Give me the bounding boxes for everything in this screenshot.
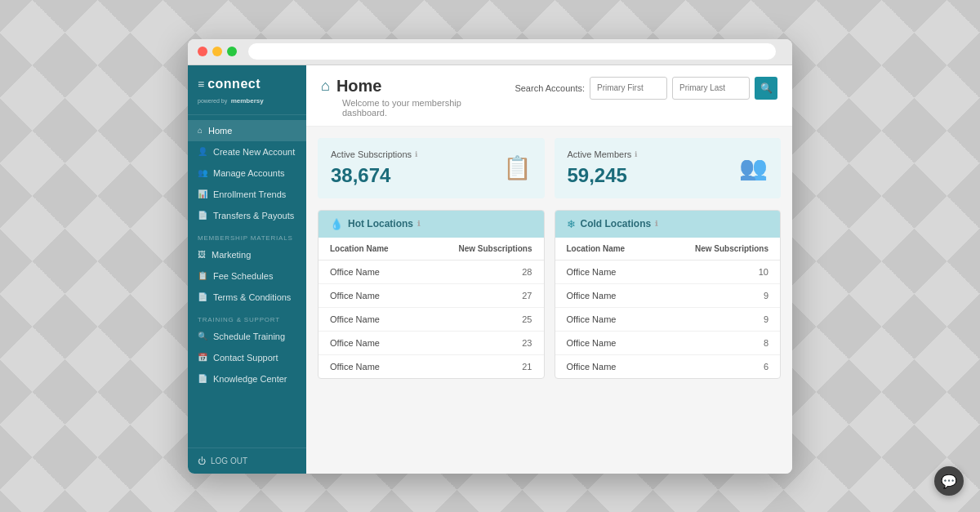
chart-icon: 📊: [198, 189, 207, 198]
chat-button[interactable]: 💬: [934, 466, 964, 496]
page-title: ⌂ Home: [321, 77, 461, 96]
location-subscriptions: 23: [421, 331, 543, 354]
active-members-value: 59,245: [568, 164, 638, 187]
info-icon-cold[interactable]: ℹ: [655, 220, 657, 228]
marketing-icon: 🖼: [198, 250, 206, 259]
sidebar-item-terms-conditions[interactable]: 📄 Terms & Conditions: [188, 287, 306, 308]
active-subscriptions-value: 38,674: [331, 164, 417, 187]
sidebar-item-label: Create New Account: [213, 147, 295, 157]
active-members-label: Active Members ℹ: [568, 149, 638, 159]
sidebar-item-create-account[interactable]: 👤 Create New Account: [188, 141, 306, 163]
hot-locations-card: 💧 Hot Locations ℹ Location Name New Subs…: [318, 210, 545, 379]
table-row: Office Name 9: [555, 307, 781, 331]
sidebar-logo: ≡ connect powered by membersy: [188, 65, 306, 115]
location-name: Office Name: [318, 260, 421, 283]
sidebar-item-home[interactable]: ⌂ Home: [188, 120, 306, 141]
section-training-support: TRAINING & SUPPORT: [188, 308, 306, 326]
location-subscriptions: 8: [658, 331, 780, 354]
location-subscriptions: 25: [421, 307, 543, 331]
location-subscriptions: 28: [421, 260, 543, 283]
sidebar-item-marketing[interactable]: 🖼 Marketing: [188, 244, 306, 265]
close-button[interactable]: [198, 47, 207, 56]
cold-icon: ❄: [567, 218, 576, 230]
active-subscriptions-label: Active Subscriptions ℹ: [331, 149, 417, 159]
sidebar-navigation: ⌂ Home 👤 Create New Account 👥 Manage Acc…: [188, 115, 306, 447]
hot-locations-table: Location Name New Subscriptions Office N…: [318, 238, 544, 378]
logo-text: connect: [207, 77, 261, 91]
section-membership-materials: MEMBERSHIP MATERIALS: [188, 226, 306, 244]
location-name: Office Name: [555, 331, 658, 354]
info-icon-subscriptions[interactable]: ℹ: [415, 150, 417, 158]
sidebar-item-knowledge-center[interactable]: 📄 Knowledge Center: [188, 368, 306, 390]
table-row: Office Name 10: [555, 260, 781, 283]
location-name: Office Name: [555, 354, 658, 378]
cold-locations-table: Location Name New Subscriptions Office N…: [555, 238, 781, 378]
sidebar-item-fee-schedules[interactable]: 📋 Fee Schedules: [188, 265, 306, 287]
page-title-area: ⌂ Home Welcome to your membershipdashboa…: [321, 77, 461, 118]
sidebar-item-schedule-training[interactable]: 🔍 Schedule Training: [188, 326, 306, 347]
stat-card-left: Active Subscriptions ℹ 38,674: [331, 149, 417, 187]
hot-col-location: Location Name: [318, 238, 421, 260]
sidebar-item-transfers-payouts[interactable]: 📄 Transfers & Payouts: [188, 205, 306, 226]
terms-icon: 📄: [198, 292, 207, 301]
table-row: Office Name 27: [318, 283, 544, 307]
users-icon: 👥: [198, 168, 207, 177]
home-icon: ⌂: [198, 126, 203, 135]
active-subscriptions-card: Active Subscriptions ℹ 38,674 📋: [318, 138, 545, 198]
search-first-name-input[interactable]: [590, 77, 667, 100]
cold-locations-header: ❄ Cold Locations ℹ: [555, 211, 781, 238]
sidebar-item-contact-support[interactable]: 📅 Contact Support: [188, 347, 306, 368]
logout-label: LOG OUT: [211, 456, 247, 465]
sidebar-item-label: Contact Support: [213, 353, 278, 363]
table-row: Office Name 25: [318, 307, 544, 331]
sidebar-item-enrollment-trends[interactable]: 📊 Enrollment Trends: [188, 184, 306, 205]
main-header: ⌂ Home Welcome to your membershipdashboa…: [306, 65, 792, 127]
logo-powered: powered by membersy: [198, 91, 296, 106]
fee-icon: 📋: [198, 271, 207, 280]
search-button[interactable]: 🔍: [755, 77, 777, 100]
app-body: ≡ connect powered by membersy ⌂ Home 👤 C…: [188, 65, 792, 474]
location-name: Office Name: [318, 354, 421, 378]
table-row: Office Name 8: [555, 331, 781, 354]
table-row: Office Name 23: [318, 331, 544, 354]
search-area: Search Accounts: 🔍: [514, 77, 777, 100]
maximize-button[interactable]: [227, 47, 237, 56]
sidebar-item-label: Transfers & Payouts: [213, 211, 294, 220]
training-icon: 🔍: [198, 332, 207, 341]
user-plus-icon: 👤: [198, 147, 207, 156]
chat-icon: 💬: [941, 474, 957, 489]
location-subscriptions: 10: [658, 260, 780, 283]
logout-button[interactable]: ⏻ LOG OUT: [188, 447, 306, 474]
location-name: Office Name: [555, 283, 658, 307]
sidebar-item-manage-accounts[interactable]: 👥 Manage Accounts: [188, 163, 306, 184]
cold-col-subscriptions: New Subscriptions: [658, 238, 780, 260]
location-name: Office Name: [555, 307, 658, 331]
cold-locations-card: ❄ Cold Locations ℹ Location Name New Sub…: [555, 210, 782, 379]
page-home-icon: ⌂: [321, 78, 330, 95]
sidebar: ≡ connect powered by membersy ⌂ Home 👤 C…: [188, 65, 306, 474]
hot-locations-header: 💧 Hot Locations ℹ: [318, 211, 544, 238]
minimize-button[interactable]: [212, 47, 222, 56]
location-name: Office Name: [318, 331, 421, 354]
location-tables: 💧 Hot Locations ℹ Location Name New Subs…: [318, 210, 781, 379]
stat-card-left: Active Members ℹ 59,245: [568, 149, 638, 187]
sidebar-item-label: Marketing: [212, 250, 251, 260]
cold-locations-title: Cold Locations ℹ: [581, 218, 658, 229]
location-name: Office Name: [555, 260, 658, 283]
info-icon-members[interactable]: ℹ: [635, 150, 637, 158]
sidebar-item-label: Manage Accounts: [213, 168, 284, 178]
hot-locations-title: Hot Locations ℹ: [348, 218, 420, 229]
page-subtitle: Welcome to your membershipdashboard.: [321, 98, 461, 118]
stat-cards: Active Subscriptions ℹ 38,674 📋 Active M…: [318, 138, 781, 198]
url-bar[interactable]: [248, 43, 776, 60]
table-row: Office Name 28: [318, 260, 544, 283]
search-last-name-input[interactable]: [672, 77, 750, 100]
location-name: Office Name: [318, 283, 421, 307]
info-icon-hot[interactable]: ℹ: [417, 220, 420, 228]
location-subscriptions: 9: [658, 307, 780, 331]
menu-icon: ≡: [198, 78, 204, 91]
location-subscriptions: 21: [421, 354, 543, 378]
active-members-card: Active Members ℹ 59,245 👥: [555, 138, 782, 198]
sidebar-item-label: Enrollment Trends: [213, 189, 286, 199]
table-row: Office Name 6: [555, 354, 781, 378]
